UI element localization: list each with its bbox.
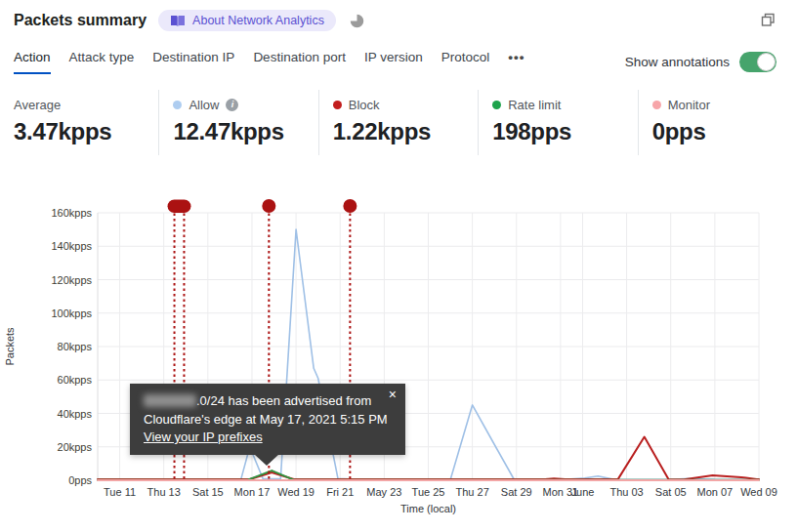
- stat-value: 198pps: [492, 118, 637, 145]
- redacted-ip: [144, 394, 196, 407]
- network-analytics-panel: Packets summary About Network Analytics …: [0, 0, 797, 532]
- annotation-marker-dot[interactable]: [343, 199, 357, 213]
- x-tick-label: Tue 11: [104, 486, 136, 498]
- view-ip-prefixes-link[interactable]: View your IP prefixes: [144, 430, 263, 444]
- annotation-marker-pill[interactable]: [168, 200, 191, 214]
- book-icon: [170, 15, 186, 27]
- tab-more[interactable]: •••: [508, 50, 524, 72]
- chart-canvas[interactable]: 0pps20kpps40kpps60kpps80kpps100kpps120kp…: [0, 190, 797, 532]
- x-tick-label: June: [571, 486, 595, 498]
- about-network-analytics-badge[interactable]: About Network Analytics: [158, 10, 336, 31]
- x-axis-title: Time (local): [400, 503, 456, 514]
- x-tick-label: Thu 27: [456, 486, 489, 498]
- x-tick-label: Wed 19: [277, 486, 315, 498]
- annotation-tooltip: × .0/24 has been advertised from Cloudfl…: [130, 384, 405, 455]
- stat-label-row: Rate limit: [492, 96, 637, 113]
- x-tick-label: Mon 17: [234, 486, 271, 498]
- show-annotations-label: Show annotations: [625, 55, 730, 69]
- tooltip-caret: [254, 454, 279, 466]
- stat-label-row: Average: [14, 96, 158, 113]
- stat-label-row: Monitor: [652, 96, 797, 113]
- y-tick-label: 60kpps: [58, 374, 93, 386]
- stat-average: Average3.47kpps: [0, 90, 158, 155]
- tab-destination-ip[interactable]: Destination IP: [152, 50, 234, 72]
- stat-value: 0pps: [652, 118, 797, 145]
- y-tick-label: 160kpps: [51, 207, 92, 219]
- block-legend-dot: [333, 101, 342, 109]
- x-tick-label: May 23: [366, 486, 401, 498]
- stat-value: 1.22kpps: [333, 118, 478, 145]
- tab-ip-version[interactable]: IP version: [364, 50, 423, 72]
- header: Packets summary About Network Analytics: [14, 10, 364, 31]
- x-tick-label: Sat 15: [192, 486, 224, 498]
- y-tick-label: 80kpps: [58, 341, 93, 352]
- allow-legend-dot: [173, 101, 182, 109]
- x-tick-label: Wed 09: [740, 486, 777, 498]
- stat-allow: Allowi12.47kpps: [158, 90, 317, 155]
- x-tick-label: Thu 03: [609, 486, 643, 498]
- stats-row: Average3.47kppsAllowi12.47kppsBlock1.22k…: [0, 90, 797, 155]
- stat-label: Block: [349, 98, 380, 112]
- pie-icon: [350, 14, 364, 28]
- toggle-knob: [757, 53, 776, 71]
- badge-label: About Network Analytics: [192, 14, 324, 27]
- y-tick-label: 0pps: [68, 474, 92, 486]
- x-tick-label: Fri 21: [326, 486, 354, 498]
- show-annotations-toggle[interactable]: [739, 52, 776, 72]
- stat-value: 12.47kpps: [173, 118, 317, 145]
- x-tick-label: Sat 05: [655, 486, 687, 498]
- info-icon[interactable]: i: [226, 99, 238, 111]
- y-tick-label: 140kpps: [51, 240, 92, 252]
- close-icon[interactable]: ×: [389, 388, 397, 401]
- tab-attack-type[interactable]: Attack type: [69, 50, 135, 72]
- show-annotations-group: Show annotations: [625, 52, 776, 72]
- stat-value: 3.47kpps: [14, 118, 158, 145]
- stat-rate-limit: Rate limit198pps: [478, 90, 637, 155]
- tab-protocol[interactable]: Protocol: [441, 50, 490, 72]
- y-tick-label: 100kpps: [51, 307, 92, 319]
- stat-label: Average: [14, 98, 61, 112]
- stat-label-row: Block: [333, 96, 478, 113]
- stat-monitor: Monitor0pps: [638, 90, 797, 155]
- tab-action[interactable]: Action: [14, 50, 51, 74]
- stat-block: Block1.22kpps: [318, 90, 478, 155]
- y-tick-label: 20kpps: [58, 441, 93, 453]
- monitor-legend-dot: [652, 101, 661, 109]
- y-tick-label: 40kpps: [58, 408, 93, 420]
- expand-icon[interactable]: [761, 13, 776, 27]
- y-axis-title: Packets: [4, 327, 16, 366]
- y-tick-label: 120kpps: [51, 274, 92, 286]
- x-tick-label: Thu 13: [147, 486, 181, 498]
- stat-label: Allow: [189, 98, 219, 112]
- stat-label-row: Allowi: [173, 96, 317, 113]
- annotation-marker-dot[interactable]: [262, 199, 275, 213]
- page-title: Packets summary: [14, 12, 147, 29]
- tab-bar: ActionAttack typeDestination IPDestinati…: [14, 50, 524, 74]
- tooltip-line1: .0/24 has been advertised from: [196, 393, 371, 408]
- x-tick-label: Tue 25: [412, 486, 445, 498]
- stat-label: Monitor: [668, 98, 710, 112]
- tab-destination-port[interactable]: Destination port: [253, 50, 346, 72]
- x-tick-label: Mon 07: [697, 486, 734, 498]
- stat-label: Rate limit: [508, 98, 561, 112]
- tooltip-line2: Cloudflare's edge at May 17, 2021 5:15 P…: [144, 412, 388, 427]
- packets-chart[interactable]: 0pps20kpps40kpps60kpps80kpps100kpps120kp…: [0, 190, 797, 532]
- rate-limit-legend-dot: [492, 101, 501, 109]
- x-tick-label: Sat 29: [501, 486, 532, 498]
